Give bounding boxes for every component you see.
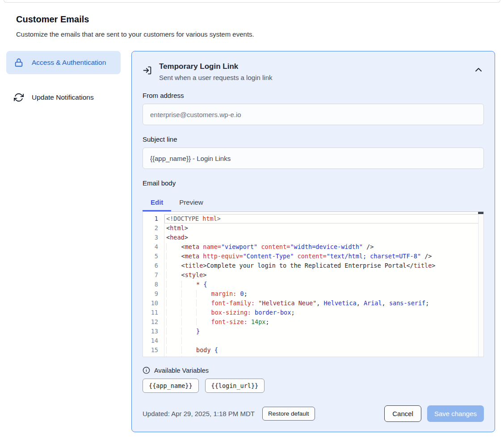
- subject-line-input[interactable]: [143, 147, 484, 169]
- line-number: 10: [143, 299, 164, 308]
- email-body-code-editor[interactable]: 1<!DOCTYPE html>2<html>3<head>4 <meta na…: [143, 211, 484, 357]
- code-line-content: [164, 336, 483, 345]
- code-line-content: box-sizing: border-box;: [164, 308, 483, 317]
- email-body-label: Email body: [143, 179, 484, 187]
- code-line[interactable]: 13 }: [143, 327, 483, 336]
- code-line[interactable]: 6 <title>Complete your login to the Repl…: [143, 261, 483, 270]
- cancel-button[interactable]: Cancel: [384, 405, 421, 422]
- sidebar-item-label: Update Notifications: [32, 92, 94, 103]
- email-body-tabs: EditPreview: [143, 194, 484, 211]
- variable-chip[interactable]: {{login_url}}: [205, 379, 265, 393]
- variable-chip[interactable]: {{app_name}}: [143, 379, 199, 393]
- line-number: 13: [143, 327, 164, 336]
- updated-timestamp: Updated: Apr 29, 2025, 1:18 PM MDT: [143, 410, 255, 417]
- from-address-label: From address: [143, 92, 484, 99]
- sidebar-item-update-notifications[interactable]: Update Notifications: [6, 86, 121, 109]
- code-line[interactable]: 8 * {: [143, 280, 483, 289]
- chevron-up-icon: [475, 67, 482, 72]
- subject-line-label: Subject line: [143, 135, 484, 143]
- line-number: 11: [143, 308, 164, 317]
- sidebar-item-label: Access & Authentication: [32, 57, 106, 68]
- previous-card-bottom-edge: [4, 0, 500, 3]
- line-number: 15: [143, 345, 164, 355]
- collapse-button[interactable]: [473, 66, 484, 74]
- code-line-content: font-size: 14px;: [164, 317, 483, 327]
- page-subtitle: Customize the emails that are sent to yo…: [16, 30, 488, 38]
- code-line-content: * {: [164, 280, 483, 289]
- tab-preview[interactable]: Preview: [171, 194, 211, 211]
- line-number: 3: [143, 233, 164, 242]
- line-number: 7: [143, 270, 164, 280]
- code-line[interactable]: 4 <meta name="viewport" content="width=d…: [143, 242, 483, 252]
- code-line-content: body {: [164, 345, 483, 355]
- code-line[interactable]: 3<head>: [143, 233, 483, 242]
- tab-edit[interactable]: Edit: [143, 194, 171, 211]
- variable-chips: {{app_name}}{{login_url}}: [143, 379, 484, 393]
- card-subtitle: Sent when a user requests a login link: [159, 74, 272, 81]
- code-line[interactable]: 12 font-size: 14px;: [143, 317, 483, 327]
- email-types-sidebar: Access & AuthenticationUpdate Notificati…: [6, 51, 121, 109]
- line-number: 1: [143, 214, 164, 223]
- line-number: 14: [143, 336, 164, 345]
- code-line-content: <title>Complete your login to the Replic…: [164, 261, 483, 270]
- code-line[interactable]: 14: [143, 336, 483, 345]
- code-line-content: <meta http-equiv="Content-Type" content=…: [164, 252, 483, 261]
- code-line[interactable]: 16 background-color: #f6f8fa;: [143, 355, 483, 357]
- code-line-content: font-family: "Helvetica Neue", Helvetica…: [164, 299, 483, 308]
- available-variables-label: Available Variables: [154, 367, 209, 374]
- line-number: 8: [143, 280, 164, 289]
- code-line-content: <style>: [164, 270, 483, 280]
- code-line[interactable]: 2<html>: [143, 223, 483, 233]
- page-title: Customer Emails: [16, 14, 488, 25]
- lock-icon: [13, 57, 24, 68]
- restore-default-button[interactable]: Restore default: [262, 407, 315, 421]
- editor-scrollbar[interactable]: [478, 212, 483, 357]
- from-address-input[interactable]: [143, 104, 484, 125]
- line-number: 9: [143, 289, 164, 299]
- code-line[interactable]: 1<!DOCTYPE html>: [143, 214, 483, 223]
- line-number: 2: [143, 223, 164, 233]
- code-line-content: <head>: [164, 233, 483, 242]
- code-line[interactable]: 7 <style>: [143, 270, 483, 280]
- page-header: Customer Emails Customize the emails tha…: [16, 14, 488, 38]
- login-icon: [143, 66, 152, 75]
- code-line[interactable]: 15 body {: [143, 345, 483, 355]
- code-line[interactable]: 11 box-sizing: border-box;: [143, 308, 483, 317]
- code-line[interactable]: 5 <meta http-equiv="Content-Type" conten…: [143, 252, 483, 261]
- code-line-content: <meta name="viewport" content="width=dev…: [164, 242, 483, 252]
- info-icon: [143, 366, 150, 374]
- editor-scrollbar-thumb[interactable]: [478, 212, 483, 214]
- sidebar-item-access-authentication[interactable]: Access & Authentication: [6, 51, 121, 74]
- line-number: 6: [143, 261, 164, 270]
- code-line-content: }: [164, 327, 483, 336]
- code-line-content: margin: 0;: [164, 289, 483, 299]
- card-header-text: Temporary Login Link Sent when a user re…: [159, 62, 272, 81]
- temporary-login-link-card: Temporary Login Link Sent when a user re…: [131, 51, 495, 432]
- code-line[interactable]: 10 font-family: "Helvetica Neue", Helvet…: [143, 299, 483, 308]
- line-number: 12: [143, 317, 164, 327]
- code-line-content: <!DOCTYPE html>: [164, 214, 483, 223]
- card-title: Temporary Login Link: [159, 62, 272, 71]
- card-footer: Updated: Apr 29, 2025, 1:18 PM MDT Resto…: [143, 405, 484, 422]
- code-line[interactable]: 9 margin: 0;: [143, 289, 483, 299]
- code-line-content: background-color: #f6f8fa;: [164, 355, 483, 357]
- save-changes-button[interactable]: Save changes: [427, 405, 484, 422]
- line-number: 16: [143, 355, 164, 357]
- card-header: Temporary Login Link Sent when a user re…: [143, 62, 484, 81]
- line-number: 5: [143, 252, 164, 261]
- refresh-icon: [13, 92, 24, 103]
- line-number: 4: [143, 242, 164, 252]
- code-line-content: <html>: [164, 223, 483, 233]
